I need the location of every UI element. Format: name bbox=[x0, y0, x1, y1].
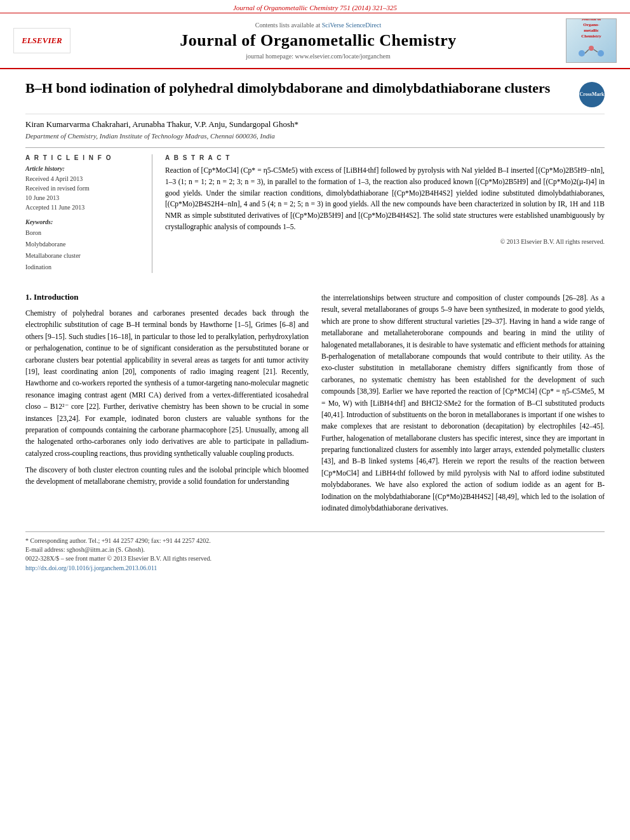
article-two-col: A R T I C L E I N F O Article history: R… bbox=[25, 147, 605, 273]
page-wrapper: Journal of Organometallic Chemistry 751 … bbox=[0, 0, 630, 582]
article-title: B–H bond iodination of polyhedral dimoly… bbox=[25, 79, 579, 98]
col-abstract: A B S T R A C T Reaction of [Cp*MoCl4] (… bbox=[165, 154, 605, 273]
keyword-1: Boron bbox=[25, 227, 144, 239]
intro-paragraph-1: Chemistry of polyhedral boranes and carb… bbox=[25, 307, 309, 459]
affiliation-line: Department of Chemistry, Indian Institut… bbox=[25, 132, 605, 140]
svg-line-4 bbox=[594, 50, 598, 52]
keyword-2: Molybdaborane bbox=[25, 239, 144, 250]
revised-date: 10 June 2013 bbox=[25, 193, 144, 203]
journal-header: ELSEVIER Contents lists available at Sci… bbox=[0, 13, 630, 69]
intro-paragraph-3: the interrelationships between structure… bbox=[321, 292, 605, 514]
issn-note: 0022-328X/$ – see front matter © 2013 El… bbox=[25, 555, 605, 562]
article-title-section: B–H bond iodination of polyhedral dimoly… bbox=[25, 79, 605, 114]
intro-paragraph-2: The discovery of both cluster electron c… bbox=[25, 464, 309, 488]
svg-point-1 bbox=[589, 46, 594, 51]
col-article-info: A R T I C L E I N F O Article history: R… bbox=[25, 154, 152, 273]
crossmark-badge[interactable]: CrossMark bbox=[579, 82, 605, 107]
svg-point-0 bbox=[579, 50, 585, 57]
abstract-text: Reaction of [Cp*MoCl4] (Cp* = η5-C5Me5) … bbox=[165, 165, 605, 233]
sciverse-link[interactable]: SciVerse ScienceDirect bbox=[322, 22, 382, 29]
journal-top-bar: Journal of Organometallic Chemistry 751 … bbox=[0, 0, 630, 13]
article-content: B–H bond iodination of polyhedral dimoly… bbox=[0, 69, 630, 582]
article-info-label: A R T I C L E I N F O bbox=[25, 154, 144, 161]
authors-text: Kiran Kumarvarma Chakrahari, Arunabha Th… bbox=[25, 119, 298, 129]
col-right-body: the interrelationships between structure… bbox=[321, 292, 605, 519]
email-note: E-mail address: sghosh@iitm.ac.in (S. Gh… bbox=[25, 546, 605, 553]
header-center: Contents lists available at SciVerse Sci… bbox=[81, 22, 555, 60]
authors-line: Kiran Kumarvarma Chakrahari, Arunabha Th… bbox=[25, 119, 605, 130]
col-left-body: 1. Introduction Chemistry of polyhedral … bbox=[25, 292, 309, 519]
accepted-date: Accepted 11 June 2013 bbox=[25, 203, 144, 212]
abstract-label: A B S T R A C T bbox=[165, 154, 605, 161]
received-revised: Received in revised form bbox=[25, 183, 144, 193]
article-footer: * Corresponding author. Tel.; +91 44 225… bbox=[25, 531, 605, 571]
journal-homepage: journal homepage: www.elsevier.com/locat… bbox=[81, 53, 555, 60]
journal-citation: Journal of Organometallic Chemistry 751 … bbox=[233, 4, 397, 11]
keyword-3: Metallaborane cluster bbox=[25, 250, 144, 262]
svg-point-2 bbox=[598, 50, 604, 57]
journal-title-main: Journal of Organometallic Chemistry bbox=[81, 31, 555, 50]
article-body: 1. Introduction Chemistry of polyhedral … bbox=[25, 286, 605, 519]
header-left: ELSEVIER bbox=[10, 28, 74, 53]
copyright-line: © 2013 Elsevier B.V. All rights reserved… bbox=[165, 238, 605, 245]
sciverse-line: Contents lists available at SciVerse Sci… bbox=[81, 22, 555, 29]
header-right: Journal ofOrgano-metallicChemistry bbox=[563, 18, 620, 63]
received-date: Received 4 April 2013 bbox=[25, 174, 144, 183]
introduction-title: 1. Introduction bbox=[25, 292, 309, 302]
svg-line-3 bbox=[585, 50, 589, 53]
journal-thumbnail: Journal ofOrgano-metallicChemistry bbox=[566, 18, 617, 63]
keyword-4: Iodination bbox=[25, 262, 144, 273]
elsevier-logo: ELSEVIER bbox=[13, 28, 70, 53]
corresponding-author-note: * Corresponding author. Tel.; +91 44 225… bbox=[25, 537, 605, 544]
keywords-label: Keywords: bbox=[25, 218, 144, 225]
doi-link[interactable]: http://dx.doi.org/10.1016/j.jorganchem.2… bbox=[25, 564, 605, 571]
history-label: Article history: bbox=[25, 165, 144, 172]
